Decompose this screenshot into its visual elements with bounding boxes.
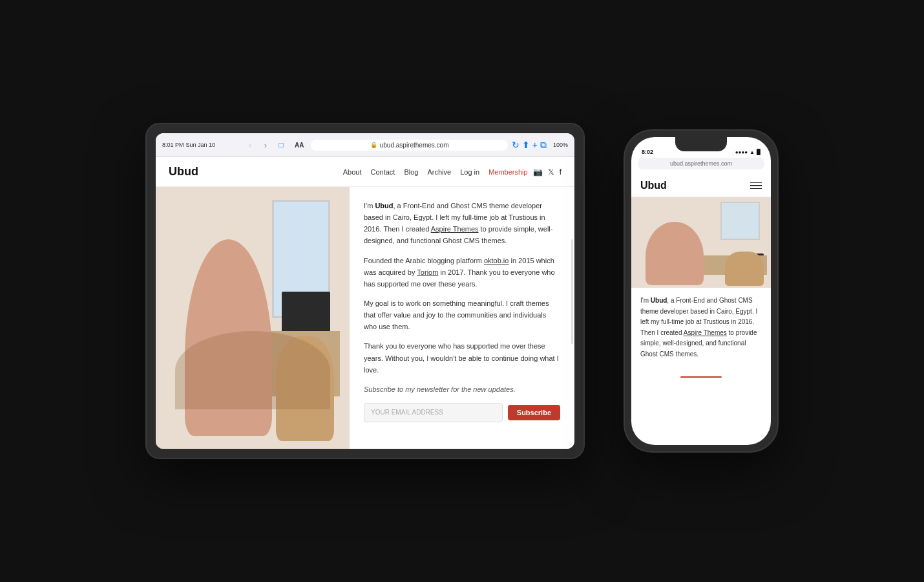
forward-button[interactable]: ›: [259, 138, 272, 151]
signal-icon: ●●●●: [735, 149, 748, 155]
email-placeholder-text: YOUR EMAIL ADDRESS: [371, 407, 443, 418]
battery-icon: ▉: [757, 149, 761, 155]
contact-link[interactable]: Contact: [371, 168, 395, 176]
menu-line-3: [750, 188, 762, 189]
ipad-main-content: I'm Ubud, a Front-End and Ghost CMS them…: [156, 187, 574, 449]
twitter-icon[interactable]: 𝕏: [548, 167, 554, 177]
iphone-screen: 8:02 ●●●● ▲ ▉ ubud.aspirethemes.com Ubud: [631, 137, 771, 445]
login-link[interactable]: Log in: [460, 168, 479, 176]
iphone-status-icons: ●●●● ▲ ▉: [735, 149, 761, 155]
back-button[interactable]: ‹: [244, 138, 257, 151]
subscribe-row: YOUR EMAIL ADDRESS Subscribe: [364, 403, 560, 422]
blog-link[interactable]: Blog: [404, 168, 418, 176]
iphone-hero-photo: [631, 197, 771, 288]
ipad-social-icons: 📷 𝕏 f: [533, 167, 562, 177]
iphone-url-bar[interactable]: ubud.aspirethemes.com: [638, 158, 764, 169]
about-link[interactable]: About: [343, 168, 362, 176]
scene: 8:01 PM Sun Jan 10 ‹ › □ AA 🔒 ubud.aspir…: [0, 0, 924, 582]
menu-line-1: [750, 182, 762, 184]
ipad-nav-buttons: ‹ › □: [244, 138, 288, 151]
wifi-icon: ▲: [750, 149, 755, 155]
subscribe-button[interactable]: Subscribe: [508, 405, 560, 420]
ipad-date: Sun Jan 10: [186, 142, 216, 148]
aspire-themes-link-1[interactable]: Aspire Themes: [431, 225, 479, 233]
ipad-browser-bar: 8:01 PM Sun Jan 10 ‹ › □ AA 🔒 ubud.aspir…: [156, 133, 574, 157]
iphone-time: 8:02: [642, 149, 653, 155]
bookmarks-button[interactable]: □: [275, 138, 288, 151]
iphone-hero-image: [631, 197, 771, 288]
ipad-action-buttons: ↻ ⬆ + ⧉: [512, 140, 547, 151]
about-paragraph-2: Founded the Arabic blogging platform okt…: [364, 255, 560, 290]
new-tab-button[interactable]: +: [532, 140, 538, 150]
ipad-scrollbar[interactable]: [571, 239, 573, 344]
hero-photo: [156, 187, 350, 449]
ipad-site-nav: Ubud About Contact Blog Archive Log in M…: [156, 157, 574, 187]
iphone-url-text: ubud.aspirethemes.com: [670, 160, 732, 167]
iphone-about-paragraph-1: I'm Ubud, a Front-End and Ghost CMS them…: [640, 296, 762, 360]
photo-window: [720, 202, 759, 240]
share-button[interactable]: ⬆: [522, 140, 530, 150]
menu-line-2: [750, 185, 762, 186]
newsletter-cta: Subscribe to my newsletter for the new u…: [364, 383, 560, 395]
archive-link[interactable]: Archive: [427, 168, 451, 176]
hamburger-menu-button[interactable]: [750, 182, 762, 189]
ipad-url-bar[interactable]: 🔒 ubud.aspirethemes.com: [311, 140, 507, 151]
dog-figure: [276, 336, 334, 441]
tabs-button[interactable]: ⧉: [540, 140, 547, 151]
iphone-webpage: Ubud: [631, 173, 771, 445]
ipad-site-logo: Ubud: [169, 165, 198, 178]
iphone-text-content: I'm Ubud, a Front-End and Ghost CMS them…: [631, 288, 771, 374]
ipad-status: 8:01 PM Sun Jan 10: [162, 142, 240, 148]
name-bold: Ubud: [375, 202, 393, 210]
ipad-webpage: Ubud About Contact Blog Archive Log in M…: [156, 157, 574, 449]
iphone-site-header: Ubud: [631, 173, 771, 197]
reader-view-button[interactable]: AA: [291, 140, 307, 150]
iphone-aspire-themes-link[interactable]: Aspire Themes: [684, 329, 727, 336]
photo-dog: [725, 252, 764, 286]
ipad-text-content: I'm Ubud, a Front-End and Ghost CMS them…: [350, 187, 574, 449]
reload-button[interactable]: ↻: [512, 140, 520, 150]
oktob-link[interactable]: oktob.io: [484, 257, 509, 264]
ipad-battery: 100%: [553, 142, 568, 148]
iphone-name-bold: Ubud: [651, 297, 667, 304]
about-paragraph-1: I'm Ubud, a Front-End and Ghost CMS them…: [364, 200, 560, 247]
membership-link[interactable]: Membership: [488, 168, 528, 176]
ipad-screen: 8:01 PM Sun Jan 10 ‹ › □ AA 🔒 ubud.aspir…: [156, 133, 574, 449]
instagram-icon[interactable]: 📷: [533, 167, 543, 177]
about-paragraph-4: Thank you to everyone who has supported …: [364, 340, 560, 375]
iphone-site-logo: Ubud: [640, 180, 667, 191]
toriom-link[interactable]: Toriom: [417, 268, 438, 276]
iphone-scroll-indicator: [680, 376, 722, 378]
email-input[interactable]: YOUR EMAIL ADDRESS: [364, 403, 503, 422]
iphone-device: 8:02 ●●●● ▲ ▉ ubud.aspirethemes.com Ubud: [624, 129, 779, 453]
room-desk: [243, 331, 340, 396]
ipad-site-links: About Contact Blog Archive Log in Member…: [343, 168, 528, 176]
ipad-time: 8:01 PM: [162, 142, 184, 148]
ipad-device: 8:01 PM Sun Jan 10 ‹ › □ AA 🔒 ubud.aspir…: [145, 123, 585, 459]
url-text: ubud.aspirethemes.com: [380, 142, 449, 149]
ssl-lock-icon: 🔒: [370, 142, 377, 148]
facebook-icon[interactable]: f: [560, 167, 562, 177]
ipad-hero-image: [156, 187, 350, 449]
about-paragraph-3: My goal is to work on something meaningf…: [364, 297, 560, 332]
iphone-notch: [675, 137, 727, 151]
